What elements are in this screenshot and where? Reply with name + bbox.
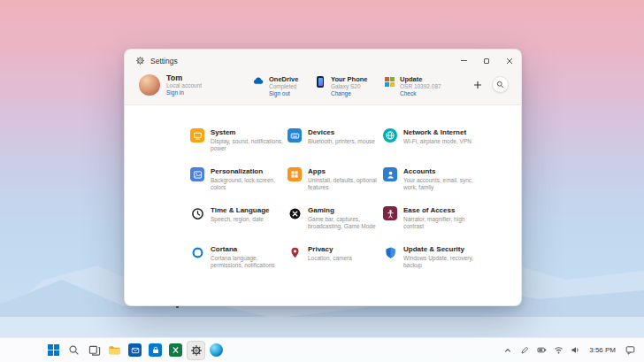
time-language-icon: [190, 206, 204, 220]
minimize-icon: [461, 60, 467, 61]
category-ease-of-access[interactable]: Ease of Access Narrator, magnifier, high…: [383, 206, 482, 245]
volume-icon[interactable]: [570, 345, 580, 356]
accounts-icon: [383, 167, 397, 181]
settings-content: System Display, sound, notifications, po…: [125, 104, 521, 305]
category-update-security[interactable]: Update & Security Windows Update, recove…: [383, 245, 482, 284]
your-phone-icon: [314, 75, 326, 88]
sign-out-link[interactable]: Sign out: [269, 90, 298, 97]
category-subtitle: Location, camera: [308, 255, 352, 262]
gaming-icon: [288, 206, 302, 220]
update-card[interactable]: Update OSR 10392.087 Check: [383, 73, 467, 98]
profile-card[interactable]: Tom Local account Sign in: [139, 73, 252, 97]
category-subtitle: Game bar, captures, broadcasting, Game M…: [308, 216, 382, 231]
update-security-icon: [383, 245, 397, 259]
category-title: Update & Security: [403, 245, 478, 253]
mail-button[interactable]: [126, 341, 144, 360]
window-controls: [452, 50, 521, 72]
card-status: OSR 10392.087: [400, 83, 441, 90]
chevron-up-icon[interactable]: [502, 345, 513, 356]
check-link[interactable]: Check: [400, 90, 441, 97]
taskbar-search-button[interactable]: [65, 341, 83, 360]
category-apps[interactable]: Apps Uninstall, defaults, optional featu…: [288, 167, 383, 206]
category-subtitle: Speech, region, date: [211, 216, 270, 223]
search-icon: [496, 81, 504, 89]
wifi-icon[interactable]: [553, 345, 564, 356]
minimize-button[interactable]: [452, 50, 475, 72]
category-title: Ease of Access: [403, 206, 478, 214]
system-icon: [190, 128, 204, 142]
category-subtitle: Wi-Fi, airplane mode, VPN: [403, 138, 472, 145]
category-subtitle: Background, lock screen, colors: [211, 177, 285, 192]
privacy-icon: [288, 245, 302, 259]
your-phone-card[interactable]: Your Phone Galaxy S20 Change: [314, 73, 383, 98]
category-privacy[interactable]: Privacy Location, camera: [288, 245, 383, 284]
excel-icon: [169, 343, 182, 357]
onedrive-cloud-icon: [252, 75, 264, 88]
pen-icon[interactable]: [519, 345, 530, 356]
change-link[interactable]: Change: [331, 90, 368, 97]
taskbar: 3:56 PM: [0, 337, 644, 362]
settings-gear-icon: [190, 344, 203, 357]
card-title: Your Phone: [331, 75, 368, 83]
search-button[interactable]: [492, 76, 509, 93]
category-time-language[interactable]: Time & Language Speech, region, date: [190, 206, 288, 245]
category-gaming[interactable]: Gaming Game bar, captures, broadcasting,…: [288, 206, 383, 245]
category-title: System: [211, 128, 285, 136]
task-view-button[interactable]: [85, 341, 104, 360]
maximize-button[interactable]: [475, 50, 498, 72]
category-title: Cortana: [211, 245, 285, 253]
network-internet-icon: [383, 128, 397, 142]
battery-icon[interactable]: [536, 345, 547, 356]
personalization-icon: [190, 167, 204, 181]
settings-taskbar-button[interactable]: [187, 341, 205, 360]
category-system[interactable]: System Display, sound, notifications, po…: [190, 128, 288, 167]
sign-in-link[interactable]: Sign in: [166, 89, 202, 96]
file-explorer-button[interactable]: [105, 341, 124, 360]
category-network[interactable]: Network & Internet Wi-Fi, airplane mode,…: [383, 128, 482, 167]
start-button[interactable]: [44, 341, 63, 360]
category-personalization[interactable]: Personalization Background, lock screen,…: [190, 167, 288, 206]
task-view-icon: [88, 344, 101, 357]
store-button[interactable]: [146, 341, 165, 360]
category-devices[interactable]: Devices Bluetooth, printers, mouse: [288, 128, 383, 167]
category-subtitle: Windows Update, recovery, backup: [403, 255, 478, 270]
settings-header: Tom Local account Sign in OneDrive Compl…: [125, 72, 521, 104]
category-subtitle: Display, sound, notifications, power: [211, 138, 285, 153]
category-subtitle: Uninstall, defaults, optional features: [308, 177, 382, 192]
plus-icon: [473, 81, 482, 89]
edge-button[interactable]: [207, 341, 226, 360]
taskbar-clock[interactable]: 3:56 PM: [589, 346, 616, 354]
category-accounts[interactable]: Accounts Your accounts, email, sync, wor…: [383, 167, 482, 206]
category-title: Time & Language: [211, 206, 270, 214]
category-cortana[interactable]: Cortana Cortana language, permissions, n…: [190, 245, 288, 284]
onedrive-card[interactable]: OneDrive Completed Sign out: [252, 73, 314, 98]
category-title: Privacy: [308, 245, 352, 253]
settings-gear-icon: [135, 56, 145, 65]
desktop: Settings Tom Local account Sign in: [0, 0, 644, 362]
card-status: Galaxy S20: [331, 83, 368, 90]
mail-icon: [128, 343, 142, 357]
category-title: Apps: [308, 167, 382, 175]
taskbar-apps: [44, 341, 226, 360]
excel-button[interactable]: [166, 341, 185, 360]
close-button[interactable]: [498, 50, 521, 72]
card-status: Completed: [269, 83, 298, 90]
windows-update-icon: [383, 75, 395, 88]
file-explorer-icon: [108, 343, 121, 357]
add-button[interactable]: [472, 79, 484, 91]
apps-icon: [288, 167, 302, 181]
devices-icon: [288, 128, 302, 142]
category-title: Network & Internet: [403, 128, 472, 136]
category-subtitle: Narrator, magnifier, high contrast: [403, 216, 478, 231]
close-icon: [506, 58, 513, 65]
action-center-icon[interactable]: [625, 345, 635, 356]
search-icon: [68, 344, 80, 356]
avatar: [139, 74, 160, 96]
category-title: Devices: [308, 128, 375, 136]
window-titlebar[interactable]: Settings: [125, 50, 521, 72]
profile-name: Tom: [166, 73, 202, 82]
card-title: Update: [400, 75, 441, 83]
window-title: Settings: [150, 57, 178, 65]
start-icon: [48, 344, 59, 356]
store-icon: [149, 343, 162, 357]
